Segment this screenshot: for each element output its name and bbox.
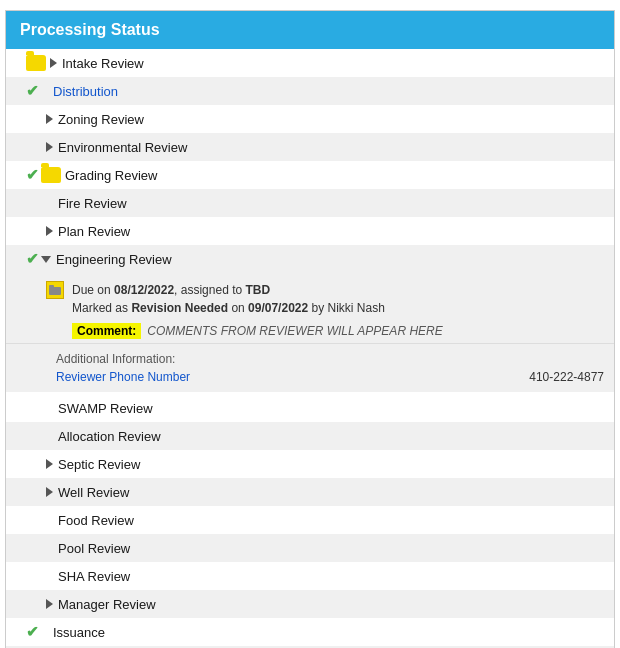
panel-title: Processing Status (6, 11, 614, 49)
arrow-icon (46, 599, 53, 609)
intake-review-label: Intake Review (62, 56, 144, 71)
food-review-label: Food Review (58, 513, 134, 528)
engineering-detail: Due on 08/12/2022, assigned to TBD Marke… (6, 273, 614, 343)
assigned-val: TBD (246, 283, 271, 297)
folder-icon (26, 55, 46, 71)
row-environmental-review[interactable]: Environmental Review (6, 133, 614, 161)
comment-text: COMMENTS FROM REVIEWER WILL APPEAR HERE (147, 324, 442, 338)
row-grading-review[interactable]: ✔ Grading Review (6, 161, 614, 189)
check-icon: ✔ (26, 250, 39, 268)
environmental-review-label: Environmental Review (58, 140, 187, 155)
panel-title-text: Processing Status (20, 21, 160, 38)
due-label: Due on (72, 283, 111, 297)
arrow-icon (46, 142, 53, 152)
reviewer-phone-key: Reviewer Phone Number (56, 370, 190, 384)
arrow-down-icon (41, 256, 51, 263)
row-engineering-review[interactable]: ✔ Engineering Review (6, 245, 614, 273)
marked-by: by Nikki Nash (312, 301, 385, 315)
check-icon: ✔ (26, 623, 39, 641)
marked-date: 09/07/2022 (248, 301, 308, 315)
row-plan-review[interactable]: Plan Review (6, 217, 614, 245)
folder-icon (41, 167, 61, 183)
arrow-icon (46, 114, 53, 124)
row-issuance[interactable]: ✔ Issuance (6, 618, 614, 646)
additional-info: Additional Information: Reviewer Phone N… (6, 343, 614, 392)
reviewer-phone-val: 410-222-4877 (529, 370, 604, 384)
row-sha-review[interactable]: SHA Review (6, 562, 614, 590)
info-row-phone: Reviewer Phone Number 410-222-4877 (56, 370, 604, 384)
row-swamp-review[interactable]: SWAMP Review (6, 394, 614, 422)
panel-body: Intake Review ✔ Distribution Zoning Revi… (6, 49, 614, 648)
sha-review-label: SHA Review (58, 569, 130, 584)
check-icon: ✔ (26, 82, 39, 100)
well-review-label: Well Review (58, 485, 129, 500)
row-manager-review[interactable]: Manager Review (6, 590, 614, 618)
svg-rect-0 (49, 287, 61, 295)
engineering-review-label: Engineering Review (56, 252, 172, 267)
svg-rect-1 (49, 285, 54, 288)
grading-review-label: Grading Review (65, 168, 158, 183)
row-allocation-review[interactable]: Allocation Review (6, 422, 614, 450)
swamp-review-label: SWAMP Review (58, 401, 153, 416)
issuance-label: Issuance (53, 625, 105, 640)
arrow-icon (46, 487, 53, 497)
comment-box: Comment: COMMENTS FROM REVIEWER WILL APP… (72, 323, 604, 339)
pool-review-label: Pool Review (58, 541, 130, 556)
distribution-label: Distribution (53, 84, 118, 99)
detail-folder-icon (46, 281, 64, 299)
marked-status: Revision Needed (131, 301, 228, 315)
row-pool-review[interactable]: Pool Review (6, 534, 614, 562)
plan-review-label: Plan Review (58, 224, 130, 239)
row-distribution[interactable]: ✔ Distribution (6, 77, 614, 105)
arrow-icon (46, 459, 53, 469)
engineering-detail-text: Due on 08/12/2022, assigned to TBD Marke… (72, 281, 385, 317)
marked-label: Marked as (72, 301, 128, 315)
engineering-detail-row: Due on 08/12/2022, assigned to TBD Marke… (46, 281, 604, 317)
comment-label: Comment: (72, 323, 141, 339)
fire-review-label: Fire Review (58, 196, 127, 211)
processing-status-panel: Processing Status Intake Review ✔ Distri… (5, 10, 615, 648)
additional-info-label: Additional Information: (56, 352, 604, 366)
row-fire-review[interactable]: Fire Review (6, 189, 614, 217)
arrow-icon (46, 226, 53, 236)
row-intake-review[interactable]: Intake Review (6, 49, 614, 77)
manager-review-label: Manager Review (58, 597, 156, 612)
row-food-review[interactable]: Food Review (6, 506, 614, 534)
assigned-label: assigned to (181, 283, 242, 297)
row-well-review[interactable]: Well Review (6, 478, 614, 506)
allocation-review-label: Allocation Review (58, 429, 161, 444)
row-septic-review[interactable]: Septic Review (6, 450, 614, 478)
check-icon: ✔ (26, 166, 39, 184)
arrow-icon (50, 58, 57, 68)
row-zoning-review[interactable]: Zoning Review (6, 105, 614, 133)
zoning-review-label: Zoning Review (58, 112, 144, 127)
septic-review-label: Septic Review (58, 457, 140, 472)
due-date: 08/12/2022 (114, 283, 174, 297)
